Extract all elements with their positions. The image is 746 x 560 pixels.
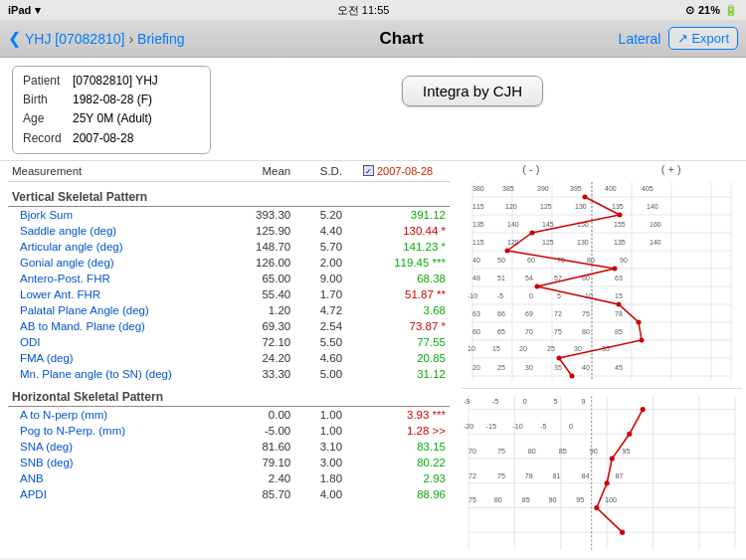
svg-text:-5: -5	[497, 292, 503, 299]
row-value: 31.12	[346, 366, 450, 382]
row-name: Antero-Post. FHR	[8, 271, 228, 286]
row-mean: 24.20	[228, 350, 295, 366]
svg-text:145: 145	[542, 221, 554, 228]
main-content: Patient [07082810] YHJ Birth 1982-08-28 …	[0, 58, 746, 558]
battery-icon: ⊙	[685, 4, 694, 17]
patient-info-box: Patient [07082810] YHJ Birth 1982-08-28 …	[12, 66, 211, 154]
svg-text:-10: -10	[512, 422, 522, 431]
svg-text:78: 78	[525, 470, 533, 479]
svg-text:60: 60	[472, 328, 480, 335]
nav-bar: ❮ YHJ [07082810] › Briefing Chart Latera…	[0, 20, 746, 58]
row-sd: 5.50	[294, 334, 346, 350]
svg-text:95: 95	[623, 447, 631, 456]
svg-text:95: 95	[576, 495, 584, 504]
table-row: Articular angle (deg)148.705.70141.23 *	[8, 239, 450, 255]
date-checkbox[interactable]: ✓	[363, 165, 374, 176]
row-value: 77.55	[346, 334, 450, 350]
row-mean: 125.90	[228, 223, 295, 239]
col-measurement: Measurement	[8, 161, 228, 182]
svg-text:87: 87	[615, 470, 623, 479]
svg-text:25: 25	[547, 345, 555, 352]
svg-text:405: 405	[642, 185, 653, 192]
svg-point-89	[505, 248, 510, 253]
svg-text:15: 15	[492, 345, 500, 352]
svg-text:90: 90	[590, 447, 598, 456]
svg-text:60: 60	[527, 257, 535, 264]
row-name: Saddle angle (deg)	[8, 223, 228, 239]
row-value: 141.23 *	[346, 239, 450, 255]
svg-point-88	[530, 230, 535, 235]
row-name: Gonial angle (deg)	[8, 255, 228, 271]
row-sd: 5.70	[294, 239, 346, 255]
svg-text:135: 135	[612, 203, 624, 210]
integra-btn-container: Integra by CJH	[211, 66, 734, 106]
lateral-button[interactable]: Lateral	[619, 31, 661, 47]
row-sd: 3.00	[294, 455, 346, 470]
back-label[interactable]: YHJ [07082810]	[25, 31, 124, 47]
svg-text:125: 125	[540, 203, 552, 210]
row-mean: 0.00	[228, 406, 295, 423]
table-row: Lower Ant. FHR55.401.7051.87 **	[8, 286, 450, 302]
svg-text:140: 140	[507, 221, 519, 228]
row-value: 391.12	[346, 206, 450, 223]
svg-text:54: 54	[525, 275, 533, 281]
row-name: Articular angle (deg)	[8, 239, 228, 255]
status-right: ⊙ 21% 🔋	[685, 4, 738, 17]
row-value: 83.15	[346, 439, 450, 455]
row-value: 88.96	[346, 486, 450, 502]
svg-point-94	[640, 337, 645, 342]
svg-text:125: 125	[542, 239, 554, 246]
row-name: Bjork Sum	[8, 206, 228, 223]
birth-label: Birth	[23, 91, 65, 109]
svg-text:70: 70	[525, 328, 533, 335]
svg-point-141	[610, 456, 615, 461]
col-sd: S.D.	[294, 161, 346, 182]
svg-text:75: 75	[554, 328, 562, 335]
breadcrumb-label[interactable]: Briefing	[137, 31, 184, 47]
breadcrumb-separator: ›	[128, 31, 133, 47]
svg-text:63: 63	[615, 275, 623, 281]
svg-text:72: 72	[554, 310, 562, 317]
svg-point-140	[627, 431, 632, 436]
svg-text:155: 155	[614, 221, 626, 228]
svg-text:30: 30	[574, 345, 582, 352]
svg-text:80: 80	[582, 328, 590, 335]
table-row: A to N-perp (mm)0.001.003.93 ***	[8, 406, 450, 423]
spider-chart-2: -9 -5 0 5 9 -20 -15 -10 -5 0 70 75 80 85…	[458, 391, 746, 558]
back-arrow-icon: ❮	[8, 29, 21, 48]
svg-text:115: 115	[472, 203, 484, 210]
row-sd: 5.00	[294, 366, 346, 382]
row-name: Lower Ant. FHR	[8, 286, 228, 302]
spider-svg-2: -9 -5 0 5 9 -20 -15 -10 -5 0 70 75 80 85…	[458, 391, 746, 558]
svg-text:9: 9	[581, 397, 585, 406]
export-button[interactable]: ↗ Export	[668, 27, 738, 50]
age-label: Age	[23, 109, 65, 128]
svg-text:140: 140	[647, 203, 658, 210]
chart-divider	[462, 388, 742, 389]
row-value: 68.38	[346, 271, 450, 286]
svg-point-93	[637, 319, 642, 324]
spider-svg-1: 380 385 390 395 400 405 115 120 125 130 …	[458, 177, 746, 386]
row-name: Mn. Plane angle (to SN) (deg)	[8, 366, 228, 382]
row-sd: 2.54	[294, 318, 346, 334]
svg-text:69: 69	[525, 310, 533, 317]
date-label: 2007-08-28	[377, 165, 433, 177]
row-mean: 81.60	[228, 439, 295, 455]
table-row: Bjork Sum393.305.20391.12	[8, 206, 450, 223]
svg-point-90	[613, 266, 618, 271]
row-value: 2.93	[346, 470, 450, 486]
table-row: Saddle angle (deg)125.904.40130.44 *	[8, 223, 450, 239]
svg-text:-5: -5	[540, 422, 546, 431]
svg-text:140: 140	[650, 239, 661, 246]
integra-button[interactable]: Integra by CJH	[402, 76, 543, 106]
record-label: Record	[23, 129, 65, 148]
table-row: Palatal Plane Angle (deg)1.204.723.68	[8, 302, 450, 318]
row-mean: 126.00	[228, 255, 295, 271]
row-value: 3.68	[346, 302, 450, 318]
svg-text:45: 45	[615, 364, 623, 371]
row-sd: 1.70	[294, 286, 346, 302]
svg-point-86	[583, 194, 588, 199]
row-name: Palatal Plane Angle (deg)	[8, 302, 228, 318]
svg-text:120: 120	[505, 203, 517, 210]
nav-left[interactable]: ❮ YHJ [07082810] › Briefing	[8, 29, 185, 48]
